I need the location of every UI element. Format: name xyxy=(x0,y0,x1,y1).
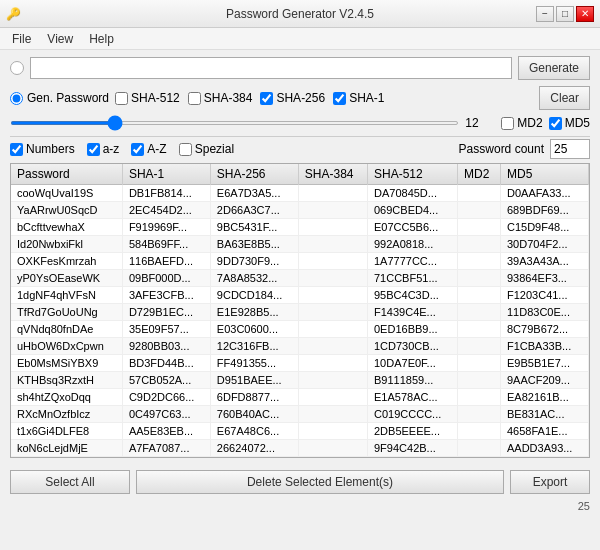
password-count-label: Password count xyxy=(459,142,544,156)
table-cell: Eb0MsMSiYBX9 xyxy=(11,355,122,372)
table-row[interactable]: uHbOW6DxCpwn9280BB03...12C316FB...1CD730… xyxy=(11,338,589,355)
select-all-button[interactable]: Select All xyxy=(10,470,130,494)
table-cell: 58765FEF... xyxy=(210,457,298,459)
numbers-checkbox-group: Numbers xyxy=(10,142,75,156)
table-cell: YaARrwU0SqcD xyxy=(11,202,122,219)
table-cell: OXKFesKmrzah xyxy=(11,253,122,270)
menu-bar: File View Help xyxy=(0,28,600,50)
spezial-checkbox[interactable] xyxy=(179,143,192,156)
export-button[interactable]: Export xyxy=(510,470,590,494)
table-row[interactable]: t1x6Gi4DLFE8AA5E83EB...E67A48C6...2DB5EE… xyxy=(11,423,589,440)
table-cell: E03C0600... xyxy=(210,321,298,338)
table-cell xyxy=(298,440,367,457)
menu-help[interactable]: Help xyxy=(81,30,122,48)
gen-password-radio[interactable] xyxy=(10,92,23,105)
sha256-checkbox[interactable] xyxy=(260,92,273,105)
table-cell xyxy=(458,389,501,406)
table-cell: 30D704F2... xyxy=(501,236,589,253)
length-slider[interactable] xyxy=(10,121,459,125)
char-options-left: Numbers a-z A-Z Spezial xyxy=(10,142,234,156)
aupper-checkbox[interactable] xyxy=(131,143,144,156)
menu-view[interactable]: View xyxy=(39,30,81,48)
clear-button[interactable]: Clear xyxy=(539,86,590,110)
table-cell xyxy=(458,372,501,389)
table-row[interactable]: Id20NwbxiFkl584B69FF...BA63E8B5...992A08… xyxy=(11,236,589,253)
table-cell xyxy=(298,355,367,372)
bottom-bar: Select All Delete Selected Element(s) Ex… xyxy=(0,464,600,498)
col-password: Password xyxy=(11,164,122,185)
table-cell: 116BAEFD... xyxy=(122,253,210,270)
table-cell: C15D9F48... xyxy=(501,219,589,236)
table-cell: 689BDF69... xyxy=(501,202,589,219)
table-cell: FF491355... xyxy=(210,355,298,372)
table-row[interactable]: KTHBsq3RzxtH57CB052A...D951BAEE...B91118… xyxy=(11,372,589,389)
md5-checkbox[interactable] xyxy=(549,117,562,130)
col-sha512: SHA-512 xyxy=(368,164,458,185)
char-options-row: Numbers a-z A-Z Spezial Password count xyxy=(10,139,590,159)
table-cell: 1A7777CC... xyxy=(368,253,458,270)
table-cell: F1203C41... xyxy=(501,287,589,304)
table-cell: F1CBA33B... xyxy=(501,338,589,355)
sha1-checkbox[interactable] xyxy=(333,92,346,105)
sha512-checkbox[interactable] xyxy=(115,92,128,105)
menu-file[interactable]: File xyxy=(4,30,39,48)
table-cell: 584B69FF... xyxy=(122,236,210,253)
table-row[interactable]: yP0YsOEaseWK09BF000D...7A8A8532...71CCBF… xyxy=(11,270,589,287)
generate-button[interactable]: Generate xyxy=(518,56,590,80)
password-input-row: Generate xyxy=(10,56,590,80)
table-row[interactable]: TfRd7GoUoUNgD729B1EC...E1E928B5...F1439C… xyxy=(11,304,589,321)
table-cell: B9111859... xyxy=(368,372,458,389)
table-cell xyxy=(458,236,501,253)
table-row[interactable]: YaARrwU0SqcD2EC454D2...2D66A3C7...069CBE… xyxy=(11,202,589,219)
table-row[interactable]: bCcfttvewhаXF919969F...9BC5431F...E07CC5… xyxy=(11,219,589,236)
table-cell: A7FA7087... xyxy=(122,440,210,457)
table-row[interactable]: OXKFesKmrzah116BAEFD...9DD730F9...1A7777… xyxy=(11,253,589,270)
table-cell xyxy=(298,287,367,304)
divider-1 xyxy=(10,136,590,137)
table-cell: 9AACF209... xyxy=(501,372,589,389)
table-cell: 9DD730F9... xyxy=(210,253,298,270)
md5-checkbox-group: MD5 xyxy=(549,116,590,130)
alower-checkbox[interactable] xyxy=(87,143,100,156)
table-cell xyxy=(458,355,501,372)
hash-options-row: Gen. Password SHA-512 SHA-384 SHA-256 SH… xyxy=(10,86,590,110)
table-cell: qVNdq80fnDAe xyxy=(11,321,122,338)
password-table-container[interactable]: Password SHA-1 SHA-256 SHA-384 SHA-512 M… xyxy=(10,163,590,458)
table-row[interactable]: 1dgNF4qhVFsN3AFE3CFB...9CDCD184...95BC4C… xyxy=(11,287,589,304)
table-cell: 6DFD8877... xyxy=(210,389,298,406)
table-cell xyxy=(458,253,501,270)
slider-row: 12 MD2 MD5 xyxy=(10,116,590,130)
table-row[interactable]: cooWqUvaI19SDB1FB814...E6A7D3A5...DA7084… xyxy=(11,185,589,202)
table-cell: 9CDCD184... xyxy=(210,287,298,304)
maximize-button[interactable]: □ xyxy=(556,6,574,22)
col-md5: MD5 xyxy=(501,164,589,185)
password-input[interactable] xyxy=(30,57,512,79)
password-count-input[interactable] xyxy=(550,139,590,159)
table-cell xyxy=(298,338,367,355)
spezial-checkbox-group: Spezial xyxy=(179,142,234,156)
table-cell: 7A8A8532... xyxy=(210,270,298,287)
table-row[interactable]: sh4htZQxoDqqC9D2DC66...6DFD8877...E1A578… xyxy=(11,389,589,406)
table-cell: 57CB052A... xyxy=(122,372,210,389)
status-count: 25 xyxy=(578,500,590,512)
minimize-button[interactable]: − xyxy=(536,6,554,22)
sha384-checkbox[interactable] xyxy=(188,92,201,105)
col-md2: MD2 xyxy=(458,164,501,185)
table-row[interactable]: KvNl6PQehCuZ2D2B4B1C...58765FEF...1506F5… xyxy=(11,457,589,459)
close-button[interactable]: ✕ xyxy=(576,6,594,22)
title-bar-left: 🔑 xyxy=(6,7,21,21)
table-row[interactable]: koN6cLejdMjEA7FA7087...26624072...9F94C4… xyxy=(11,440,589,457)
aupper-label: A-Z xyxy=(147,142,166,156)
table-cell: 760B40AC... xyxy=(210,406,298,423)
table-cell: uHbOW6DxCpwn xyxy=(11,338,122,355)
table-cell: E67A48C6... xyxy=(210,423,298,440)
col-sha384: SHA-384 xyxy=(298,164,367,185)
table-row[interactable]: RXcMnOzfbIcz0C497C63...760B40AC...C019CC… xyxy=(11,406,589,423)
table-row[interactable]: qVNdq80fnDAe35E09F57...E03C0600...0ED16B… xyxy=(11,321,589,338)
table-cell xyxy=(298,304,367,321)
md2-checkbox[interactable] xyxy=(501,117,514,130)
delete-button[interactable]: Delete Selected Element(s) xyxy=(136,470,504,494)
main-content: Generate Gen. Password SHA-512 SHA-384 S… xyxy=(0,50,600,464)
numbers-checkbox[interactable] xyxy=(10,143,23,156)
table-row[interactable]: Eb0MsMSiYBX9BD3FD44B...FF491355...10DA7E… xyxy=(11,355,589,372)
